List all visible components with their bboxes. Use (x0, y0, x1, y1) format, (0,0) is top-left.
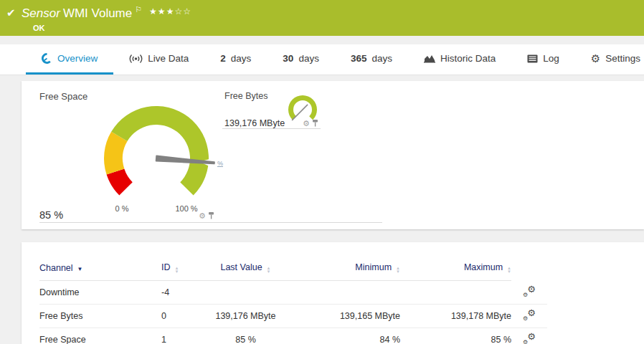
settings-gear-icon: ⚙ (591, 53, 600, 64)
status-check-icon: ✔ (6, 6, 16, 19)
tab-number: 30 (283, 53, 293, 64)
cell-last-value: 85 % (204, 328, 287, 344)
free-bytes-gauge-title: Free Bytes (224, 91, 267, 101)
free-bytes-current-value: 139,176 MByte (224, 118, 285, 128)
tab-2-days[interactable]: 2 days (204, 44, 267, 75)
cell-id: -4 (161, 281, 204, 305)
widget-pin-icon[interactable] (312, 119, 318, 128)
widget-pin-icon[interactable] (208, 211, 214, 220)
cell-minimum (287, 281, 400, 305)
cell-id: 0 (161, 304, 204, 328)
widget-gear-icon[interactable]: ⚙ (303, 120, 310, 128)
tab-365-days[interactable]: 365 days (335, 44, 408, 75)
mini-widget-actions: ⚙ (303, 119, 318, 128)
tab-historic-data[interactable]: Historic Data (408, 44, 511, 75)
column-header-channel[interactable]: Channel▼ (39, 255, 161, 281)
table-row-downtime[interactable]: Downtime -4 ⚙⚙ (39, 281, 547, 305)
widget-gear-icon[interactable]: ⚙ (199, 212, 206, 220)
free-space-gauge-title: Free Space (39, 91, 87, 102)
prtg-sensor-page: ✔ SensorWMI Volume⚐★★★☆☆ OK Overview Liv… (0, 0, 644, 344)
gauge-min-label: 0 % (100, 204, 143, 213)
free-space-gauge[interactable]: % (82, 92, 240, 216)
status-badge: OK (33, 24, 45, 32)
cell-minimum: 139,165 MByte (287, 304, 400, 328)
cell-channel: Free Space (39, 328, 161, 344)
tab-number: 2 (220, 53, 226, 64)
tab-label: Live Data (148, 53, 189, 64)
svg-text:%: % (217, 160, 223, 167)
tab-30-days[interactable]: 30 days (267, 44, 335, 75)
sort-toggle-icon[interactable]: ▲▼ (396, 267, 400, 274)
mini-widget-divider (222, 128, 321, 129)
channels-panel: Channel▼ID▲▼Last Value▲▼Minimum▲▼Maximum… (22, 242, 644, 344)
gauge-row-divider (39, 222, 382, 223)
cell-channel: Free Bytes (39, 304, 161, 328)
overview-panel: Free Space % 0 % 100 % 85 % ⚙ Free Bytes… (22, 81, 644, 229)
cell-id: 1 (161, 328, 204, 344)
cell-maximum: 139,178 MByte (400, 304, 511, 328)
log-icon (527, 54, 538, 63)
gauge-widget-actions: ⚙ (199, 211, 214, 220)
tab-number: 365 (351, 53, 367, 64)
sort-toggle-icon[interactable]: ▲▼ (507, 267, 511, 274)
column-header-id[interactable]: ID▲▼ (161, 255, 204, 281)
tab-label: Historic Data (440, 53, 496, 64)
live-data-icon (129, 54, 143, 64)
tab-label: days (231, 53, 252, 64)
sort-toggle-icon[interactable]: ▲▼ (267, 267, 271, 274)
channel-settings-gears-icon[interactable]: ⚙⚙ (523, 286, 536, 297)
free-space-current-value: 85 % (39, 209, 63, 221)
sensor-type-label: Sensor (22, 6, 60, 20)
tab-overview[interactable]: Overview (26, 44, 113, 75)
column-header-min[interactable]: Minimum▲▼ (287, 255, 400, 281)
column-header-max[interactable]: Maximum▲▼ (400, 255, 511, 281)
tab-label: Log (543, 53, 559, 64)
tab-bar: Overview Live Data 2 days 30 days 365 da… (0, 44, 644, 75)
sort-desc-icon[interactable]: ▼ (77, 266, 83, 272)
tab-label: Overview (57, 53, 98, 64)
flag-icon[interactable]: ⚐ (135, 5, 142, 14)
tab-settings[interactable]: ⚙ Settings (575, 44, 644, 75)
cell-channel: Downtime (39, 281, 161, 305)
channels-table-header: Channel▼ID▲▼Last Value▲▼Minimum▲▼Maximum… (39, 255, 547, 281)
cell-last-value: 139,176 MByte (204, 304, 287, 328)
tab-label: Settings (605, 53, 640, 64)
sensor-header: ✔ SensorWMI Volume⚐★★★☆☆ OK (0, 0, 644, 36)
column-header-last[interactable]: Last Value▲▼ (204, 255, 287, 281)
cell-maximum: 85 % (400, 328, 511, 344)
tab-live-data[interactable]: Live Data (113, 44, 204, 75)
tab-label: days (371, 53, 392, 64)
cell-last-value (204, 281, 287, 305)
historic-data-icon (424, 54, 435, 63)
priority-stars[interactable]: ★★★☆☆ (149, 6, 191, 16)
tab-label: days (298, 53, 319, 64)
channel-settings-gears-icon[interactable]: ⚙⚙ (523, 333, 536, 344)
channel-settings-gears-icon[interactable]: ⚙⚙ (523, 310, 536, 320)
tab-log[interactable]: Log (511, 44, 575, 75)
cell-minimum: 84 % (287, 328, 400, 344)
sort-toggle-icon[interactable]: ▲▼ (175, 267, 179, 274)
page-title: WMI Volume (63, 6, 132, 20)
gauge-icon (42, 53, 52, 64)
channels-table: Channel▼ID▲▼Last Value▲▼Minimum▲▼Maximum… (39, 255, 547, 344)
cell-maximum (400, 281, 511, 305)
table-row-free-bytes[interactable]: Free Bytes 0 139,176 MByte 139,165 MByte… (39, 304, 547, 328)
table-row-free-space[interactable]: Free Space 1 85 % 84 % 85 % ⚙⚙ (39, 328, 547, 344)
